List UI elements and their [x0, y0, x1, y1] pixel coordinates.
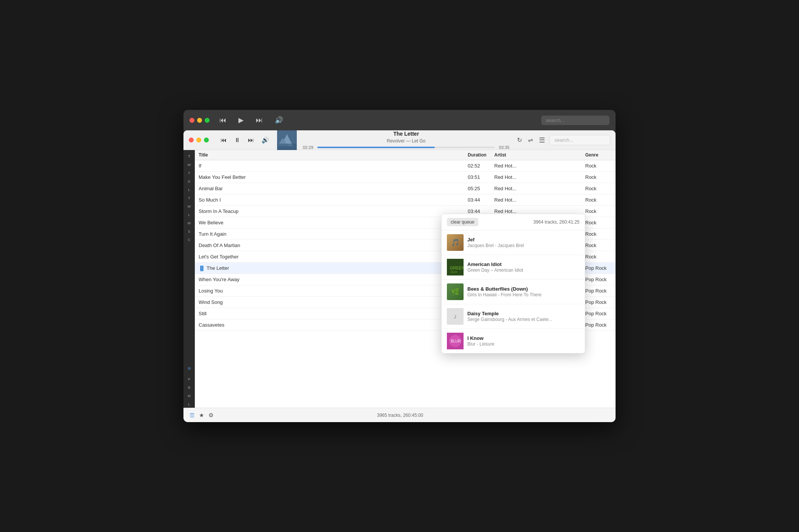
header-artist: Artist [490, 150, 536, 160]
queue-list-button[interactable]: ☰ [537, 135, 547, 145]
progress-row: 02:29 03:35 [303, 145, 509, 150]
sidebar-item-p[interactable]: P [186, 376, 192, 383]
queue-item-art: 🌿 [447, 283, 464, 300]
track-genre: Rock [581, 160, 616, 172]
queue-items: 🎵JefJacques Brel - Jacques BrelGREENDAYA… [442, 230, 585, 353]
queue-track-sub: Girls In Hawaii - From Here To There [467, 292, 580, 297]
queue-track-sub: Blur - Leisure [467, 341, 580, 347]
table-row[interactable]: Make You Feel Better03:51Red Hot...Rock [195, 172, 616, 183]
rewind-button-outer[interactable]: ⏮ [217, 115, 229, 125]
maximize-button[interactable] [204, 138, 209, 142]
sidebar-item-3[interactable]: T [187, 170, 191, 177]
sidebar-item-b[interactable]: B [186, 384, 192, 391]
shuffle-button[interactable]: ⇌ [526, 136, 534, 145]
queue-track-sub: Jacques Brel - Jacques Brel [467, 243, 580, 248]
queue-count: 3964 tracks, 260:41:25 [533, 219, 580, 225]
track-genre: Pop Rock [581, 297, 616, 308]
queue-item-art: BLUR [447, 333, 464, 349]
track-artist: Red Hot... [490, 172, 536, 183]
clear-queue-button[interactable]: clear queue [447, 218, 478, 226]
queue-item-info: JefJacques Brel - Jacques Brel [467, 237, 580, 248]
queue-item[interactable]: BLURI KnowBlur - Leisure [442, 329, 585, 353]
queue-item[interactable]: GREENDAYAmerican IdiotGreen Day – Americ… [442, 255, 585, 280]
track-genre: Rock [581, 251, 616, 263]
queue-item-art: GREENDAY [447, 259, 464, 275]
time-total: 03:35 [498, 145, 509, 150]
track-artist: Red Hot... [490, 194, 536, 206]
sidebar-item-10[interactable]: S [187, 228, 191, 235]
settings-icon[interactable]: ⚙ [208, 412, 213, 419]
track-album [536, 160, 581, 172]
now-playing-center: The Letter Revolver — Let Go 02:29 03:35 [303, 131, 509, 150]
track-genre: Rock [581, 217, 616, 228]
track-genre: Rock [581, 206, 616, 217]
table-header-row: Title Duration Artist Genre [195, 150, 616, 160]
queue-track-name: Bees & Butterflies (Down) [467, 286, 580, 292]
track-genre: Pop Rock [581, 319, 616, 331]
list-view-icon[interactable]: ☰ [190, 412, 194, 419]
queue-item-info: I KnowBlur - Leisure [467, 335, 580, 347]
queue-item[interactable]: ♪Daisy TempleSerge Gainsbourg - Aux Arme… [442, 304, 585, 329]
table-row[interactable]: If02:52Red Hot...Rock [195, 160, 616, 172]
sidebar-item-m[interactable]: M [186, 393, 192, 399]
track-album [536, 183, 581, 194]
sidebar-item-6[interactable]: T [187, 195, 191, 202]
queue-item[interactable]: 🌿Bees & Butterflies (Down)Girls In Hawai… [442, 280, 585, 304]
queue-item-info: Bees & Butterflies (Down)Girls In Hawaii… [467, 286, 580, 297]
track-genre: Rock [581, 194, 616, 206]
album-art [277, 130, 297, 150]
sidebar-item-11[interactable]: C [187, 236, 191, 243]
sidebar-item-8[interactable]: L [187, 211, 191, 218]
pause-button[interactable]: ⏸ [232, 136, 242, 144]
track-album [536, 194, 581, 206]
traffic-lights-outer [190, 118, 210, 123]
track-duration: 05:25 [464, 183, 490, 194]
status-bar: ☰ ★ ⚙ 3965 tracks, 260:45:00 [183, 408, 616, 422]
favorites-icon[interactable]: ★ [199, 412, 204, 419]
sidebar-item-5[interactable]: L [187, 186, 191, 193]
top-search-input[interactable] [541, 116, 609, 125]
svg-text:DAY: DAY [451, 270, 457, 274]
repeat-button[interactable]: ↻ [515, 136, 523, 145]
queue-track-sub: Serge Gainsbourg - Aux Armes et Caete... [467, 317, 580, 322]
close-button[interactable] [189, 138, 194, 142]
minimize-button[interactable] [196, 138, 201, 142]
rewind-button[interactable]: ⏮ [219, 136, 229, 144]
queue-track-name: Jef [467, 237, 580, 243]
minimize-button-outer[interactable] [197, 118, 202, 123]
sidebar-indicator[interactable]: ≡ [185, 362, 194, 374]
main-window: ⏮ ⏸ ⏭ 🔊 The Letter Revolver — Let Go 02 [183, 130, 616, 422]
volume-button-outer[interactable]: 🔊 [273, 115, 285, 125]
sidebar: T W T D L T W L W S C ≡ P B M L [183, 150, 195, 408]
header-album [536, 150, 581, 160]
queue-item-info: Daisy TempleSerge Gainsbourg - Aux Armes… [467, 311, 580, 322]
progress-bar[interactable] [317, 147, 495, 148]
forward-button-outer[interactable]: ⏭ [254, 115, 265, 125]
table-row[interactable]: Animal Bar05:25Red Hot...Rock [195, 183, 616, 194]
sidebar-item-l[interactable]: L [186, 401, 191, 408]
sidebar-item-2[interactable]: W [187, 161, 192, 168]
track-table-head: Title Duration Artist Genre [195, 150, 616, 160]
svg-text:GREEN: GREEN [450, 266, 464, 270]
sidebar-item-9[interactable]: W [187, 220, 192, 227]
play-button-outer[interactable]: ▶ [236, 115, 246, 125]
traffic-lights [189, 138, 209, 142]
table-row[interactable]: So Much I03:44Red Hot...Rock [195, 194, 616, 206]
queue-item[interactable]: 🎵JefJacques Brel - Jacques Brel [442, 230, 585, 255]
content-area: T W T D L T W L W S C ≡ P B M L [183, 150, 616, 408]
volume-button[interactable]: 🔊 [260, 136, 271, 144]
maximize-button-outer[interactable] [205, 118, 210, 123]
forward-button[interactable]: ⏭ [246, 136, 256, 144]
track-duration: 02:52 [464, 160, 490, 172]
close-button-outer[interactable] [190, 118, 194, 123]
sidebar-item-1[interactable]: T [187, 153, 191, 160]
main-search-input[interactable] [550, 135, 610, 145]
track-genre: Pop Rock [581, 274, 616, 285]
track-album [536, 172, 581, 183]
sidebar-item-4[interactable]: D [187, 178, 191, 185]
queue-item-art: ♪ [447, 308, 464, 325]
sidebar-item-7[interactable]: W [187, 203, 192, 210]
queue-header: clear queue 3964 tracks, 260:41:25 [442, 214, 585, 230]
header-genre: Genre [581, 150, 616, 160]
header-duration: Duration [464, 150, 490, 160]
